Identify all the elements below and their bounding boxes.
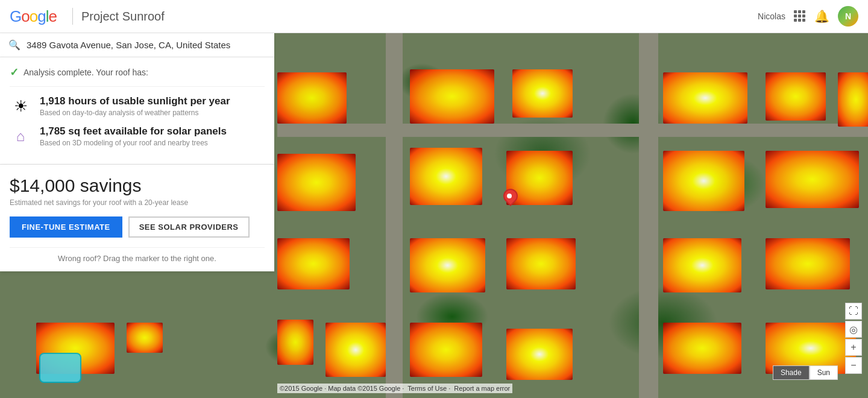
bell-icon[interactable]: 🔔 bbox=[814, 9, 829, 24]
app-title: Project Sunroof bbox=[81, 10, 165, 24]
roof-19 bbox=[127, 323, 163, 353]
roof-17 bbox=[766, 238, 850, 289]
google-logo: Google bbox=[10, 7, 57, 26]
road-vertical-1 bbox=[386, 33, 403, 398]
roof-9 bbox=[410, 148, 482, 205]
roof-3 bbox=[410, 69, 494, 124]
roof-8 bbox=[277, 154, 356, 211]
side-panel: 🔍 ✓ Analysis complete. Your roof has: ☀ … bbox=[0, 33, 274, 271]
report-map-error-link[interactable]: Report a map error bbox=[454, 385, 510, 392]
sqft-value: 1,785 sq feet available for solar panels bbox=[40, 125, 227, 137]
savings-amount: $14,000 savings bbox=[10, 175, 265, 196]
roof-7 bbox=[838, 72, 868, 127]
analysis-status-row: ✓ Analysis complete. Your roof has: bbox=[10, 66, 265, 87]
road-vertical-2 bbox=[639, 33, 658, 398]
roof-16 bbox=[663, 238, 741, 292]
sunlight-stat-row: ☀ 1,918 hours of usable sunlight per yea… bbox=[10, 95, 265, 117]
roof-13 bbox=[277, 238, 350, 289]
roof-21 bbox=[326, 323, 386, 377]
roof-11 bbox=[663, 151, 744, 211]
roof-14 bbox=[410, 238, 485, 292]
fullscreen-button[interactable]: ⛶ bbox=[845, 303, 862, 320]
search-icon: 🔍 bbox=[8, 39, 20, 51]
terms-of-use-link[interactable]: Terms of Use bbox=[407, 385, 447, 392]
map-copyright: ©2015 Google · Map data ©2015 Google · T… bbox=[277, 384, 512, 393]
sunlight-hours-desc: Based on day-to-day analysis of weather … bbox=[40, 109, 230, 117]
house-icon: ⌂ bbox=[10, 125, 31, 147]
action-buttons: FINE-TUNE ESTIMATE SEE SOLAR PROVIDERS bbox=[10, 216, 265, 238]
savings-desc: Estimated net savings for your roof with… bbox=[10, 198, 265, 207]
roof-24 bbox=[663, 323, 741, 374]
shade-button[interactable]: Shade bbox=[773, 365, 810, 380]
sunlight-hours-value: 1,918 hours of usable sunlight per year bbox=[40, 95, 230, 107]
check-icon: ✓ bbox=[10, 66, 19, 79]
swimming-pool bbox=[39, 353, 81, 383]
analysis-card: ✓ Analysis complete. Your roof has: ☀ 1,… bbox=[0, 57, 274, 165]
roof-12 bbox=[766, 151, 859, 208]
roof-6 bbox=[766, 72, 826, 121]
wrong-roof-text: Wrong roof? Drag the marker to the right… bbox=[10, 247, 265, 263]
analysis-status-text: Analysis complete. Your roof has: bbox=[24, 68, 148, 77]
user-name: Nicolas bbox=[758, 11, 785, 21]
avatar[interactable]: N bbox=[838, 6, 858, 27]
sun-icon: ☀ bbox=[10, 95, 31, 117]
shade-sun-toggle[interactable]: Shade Sun bbox=[773, 365, 838, 380]
fine-tune-button[interactable]: FINE-TUNE ESTIMATE bbox=[10, 216, 122, 238]
roof-22 bbox=[410, 323, 482, 377]
roof-5 bbox=[663, 72, 747, 124]
roof-23 bbox=[506, 329, 573, 380]
grid-icon[interactable] bbox=[794, 10, 806, 22]
sqft-stat-content: 1,785 sq feet available for solar panels… bbox=[40, 125, 227, 147]
sunlight-stat-content: 1,918 hours of usable sunlight per year … bbox=[40, 95, 230, 117]
my-location-button[interactable]: ◎ bbox=[845, 321, 862, 338]
savings-card: $14,000 savings Estimated net savings fo… bbox=[0, 165, 274, 271]
search-box: 🔍 bbox=[0, 33, 274, 57]
roof-20 bbox=[277, 320, 313, 365]
sun-button[interactable]: Sun bbox=[810, 365, 838, 380]
map-controls: ⛶ ◎ + − bbox=[845, 303, 862, 374]
solar-providers-button[interactable]: SEE SOLAR PROVIDERS bbox=[128, 216, 250, 238]
header-divider bbox=[72, 8, 73, 25]
sqft-desc: Based on 3D modeling of your roof and ne… bbox=[40, 139, 227, 147]
zoom-out-button[interactable]: − bbox=[845, 357, 862, 374]
road-horizontal-1 bbox=[277, 124, 868, 137]
roof-15 bbox=[506, 238, 576, 289]
map-pin[interactable] bbox=[502, 189, 517, 210]
roof-4 bbox=[512, 69, 573, 118]
roof-1 bbox=[277, 72, 347, 124]
header: Google Project Sunroof Nicolas 🔔 N bbox=[0, 0, 868, 33]
zoom-in-button[interactable]: + bbox=[845, 339, 862, 356]
search-input[interactable] bbox=[27, 40, 266, 50]
sqft-stat-row: ⌂ 1,785 sq feet available for solar pane… bbox=[10, 125, 265, 147]
